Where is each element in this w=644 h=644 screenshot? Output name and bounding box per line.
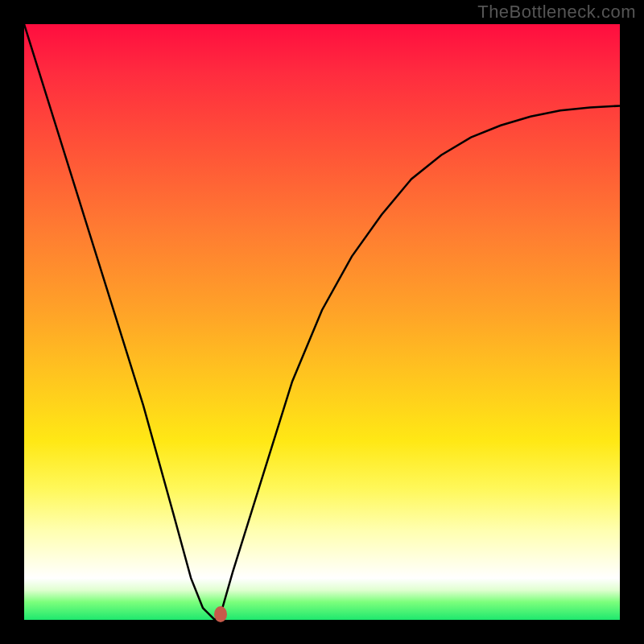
optimum-marker — [214, 606, 227, 622]
curve-svg — [24, 24, 620, 620]
chart-frame: TheBottleneck.com — [0, 0, 644, 644]
bottleneck-curve-path — [24, 24, 620, 620]
plot-area — [24, 24, 620, 620]
watermark-text: TheBottleneck.com — [477, 2, 636, 23]
